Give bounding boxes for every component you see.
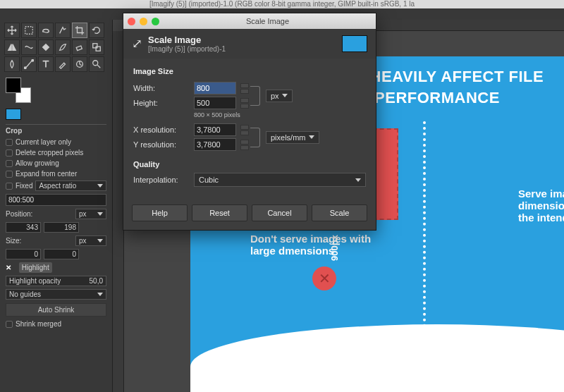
section-image-size: Image Size (133, 67, 366, 75)
fixed-mode-select[interactable]: Aspect ratio (35, 180, 106, 191)
close-icon[interactable] (128, 18, 135, 25)
res-unit-select[interactable]: pixels/mm (266, 131, 319, 144)
svg-point-7 (93, 61, 98, 66)
dialog-titlebar[interactable]: Scale Image (123, 13, 376, 29)
help-button[interactable]: Help (132, 204, 188, 221)
guides-select[interactable]: No guides (6, 289, 106, 300)
chk-expand-center[interactable] (6, 171, 13, 178)
lbl-position: Position: (6, 210, 73, 218)
pos-y-input[interactable]: 198 (44, 222, 79, 233)
width-spinner[interactable] (240, 83, 249, 94)
image-tab[interactable] (6, 109, 21, 120)
lbl-width: Width: (133, 84, 190, 92)
chk-current-layer[interactable] (6, 139, 13, 146)
dialog-header-sub: [Imagify (5)] (imported)-1 (148, 45, 226, 53)
lbl-fixed: Fixed (16, 182, 32, 190)
color-swatches[interactable] (6, 78, 31, 103)
yres-input[interactable]: 3,7800 (194, 138, 236, 151)
zoom-icon[interactable] (152, 18, 159, 25)
chk-fixed[interactable] (6, 183, 13, 190)
auto-shrink-button[interactable]: Auto Shrink (6, 303, 106, 317)
dialog-header-title: Scale Image (148, 35, 226, 45)
lbl-current-layer: Current layer only (16, 138, 71, 146)
svg-rect-3 (96, 47, 100, 51)
tool-flip[interactable] (4, 39, 20, 55)
height-spinner[interactable] (240, 98, 249, 109)
toolbox: Crop Current layer only Delete cropped p… (0, 20, 113, 392)
tool-path[interactable] (21, 56, 37, 72)
section-quality: Quality (133, 160, 366, 169)
lbl-allow-growing: Allow growing (16, 159, 59, 167)
tool-crop[interactable] (72, 23, 87, 38)
svg-point-5 (32, 59, 34, 61)
scale-image-dialog: Scale Image ⤢ Scale Image [Imagify (5)] … (123, 13, 376, 231)
left-caption: Don't serve images with large dmensions (250, 233, 398, 257)
window-title: [Imagify (5)] (imported)-1.0 (RGB color … (0, 0, 564, 8)
dialog-thumbnail (342, 35, 367, 52)
minimize-icon[interactable] (140, 18, 147, 25)
tool-brush[interactable] (55, 39, 70, 55)
xres-spinner[interactable] (240, 125, 249, 135)
lbl-height: Height: (133, 99, 190, 107)
lbl-xres: X resolution: (133, 125, 190, 134)
size-w-input[interactable]: 0 (6, 249, 41, 259)
xres-input[interactable]: 3,7800 (194, 123, 236, 136)
ratio-input[interactable]: 800:500 (6, 194, 106, 206)
lbl-highlight: Highlight (19, 262, 52, 273)
svg-rect-2 (93, 44, 97, 48)
highlight-opacity-input[interactable]: Highlight opacity50,0 (6, 276, 106, 286)
cancel-button[interactable]: Cancel (252, 204, 307, 221)
size-unit-select[interactable]: px (266, 90, 293, 102)
lbl-delete-cropped: Delete cropped pixels (16, 149, 83, 157)
size-unit-select[interactable]: px (75, 235, 106, 246)
tool-measure[interactable] (72, 56, 87, 72)
swatch-fg[interactable] (6, 78, 21, 93)
reset-button[interactable]: Reset (192, 204, 247, 221)
tool-color-picker[interactable] (55, 56, 70, 72)
tool-free-select[interactable] (38, 23, 54, 38)
right-caption: Serve ima dimension the intend (518, 188, 564, 223)
tool-text[interactable] (38, 56, 54, 72)
res-chain-link-icon[interactable] (250, 128, 260, 147)
yres-spinner[interactable] (240, 140, 249, 150)
scale-button[interactable]: Scale (312, 204, 367, 221)
pos-x-input[interactable]: 343 (6, 222, 41, 233)
lbl-size: Size: (6, 237, 73, 245)
chk-shrink-merged[interactable] (6, 321, 13, 328)
interpolation-select[interactable]: Cubic (194, 173, 366, 187)
tool-rotate[interactable] (89, 23, 104, 38)
height-input[interactable]: 500 (194, 97, 236, 109)
tool-fuzzy-select[interactable] (55, 23, 70, 38)
scale-icon: ⤢ (132, 36, 142, 51)
svg-rect-1 (76, 46, 82, 51)
white-wave (190, 324, 564, 392)
size-h-input[interactable]: 0 (44, 249, 79, 259)
tool-options: Crop Current layer only Delete cropped p… (3, 121, 109, 332)
vertical-size-label: 900px (329, 235, 340, 261)
tool-warp[interactable] (21, 39, 37, 55)
svg-point-4 (24, 67, 26, 69)
lbl-shrink-merged: Shrink merged (16, 320, 61, 328)
lbl-expand-center: Expand from center (16, 170, 77, 178)
position-unit-select[interactable]: px (75, 209, 106, 219)
tool-move[interactable] (4, 23, 20, 38)
svg-rect-0 (25, 27, 33, 35)
size-hint: 800 × 500 pixels (194, 111, 366, 118)
x-badge: ✕ (312, 267, 336, 290)
lbl-interpolation: Interpolation: (133, 176, 190, 184)
chk-delete-cropped[interactable] (6, 149, 13, 157)
tool-rect-select[interactable] (21, 23, 37, 38)
chk-allow-growing[interactable] (6, 160, 13, 167)
lbl-yres: Y resolution: (133, 140, 190, 149)
tool-bucket[interactable] (38, 39, 54, 55)
width-input[interactable]: 800 (194, 82, 236, 94)
tool-zoom[interactable] (89, 56, 104, 72)
right-number: 50 (518, 128, 564, 147)
chain-link-icon[interactable] (250, 86, 260, 106)
tool-smudge[interactable] (4, 56, 20, 72)
dialog-title: Scale Image (164, 17, 372, 25)
tool-clone[interactable] (89, 39, 104, 55)
tool-eraser[interactable] (72, 39, 87, 55)
options-title: Crop (6, 124, 106, 137)
